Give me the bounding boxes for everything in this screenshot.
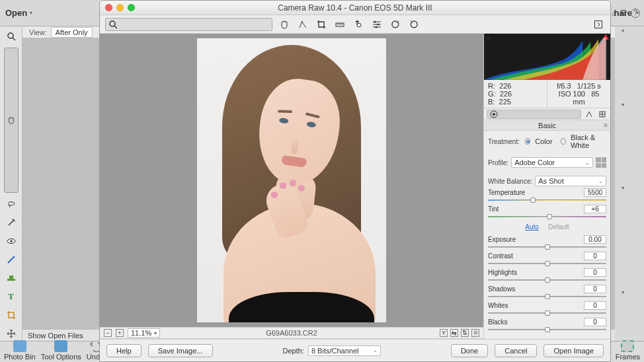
chevron-down-icon[interactable]: ▾ <box>622 289 624 295</box>
save-image-button[interactable]: Save Image... <box>148 344 213 357</box>
hand-tool-icon[interactable] <box>4 48 19 193</box>
panel-tabstrip <box>484 108 610 120</box>
rotate-ccw-icon[interactable] <box>389 18 402 31</box>
redeye-tool-icon[interactable]: + <box>352 18 365 31</box>
stamp-tool-icon[interactable] <box>4 271 19 285</box>
temperature-value[interactable]: 5500 <box>584 188 606 197</box>
wand-tool-icon[interactable] <box>4 215 19 230</box>
tint-slider[interactable]: Tint+6 <box>488 205 606 219</box>
brush-tool-icon[interactable] <box>4 252 19 267</box>
straighten-tool-icon[interactable] <box>333 18 346 31</box>
treatment-bw-radio[interactable] <box>561 138 566 145</box>
image-preview[interactable] <box>100 34 483 327</box>
host-right-panel: ▾ ▾ ▾ ▾ <box>615 26 644 341</box>
crop-tool-icon[interactable] <box>315 18 328 31</box>
contrast-value[interactable]: 0 <box>584 252 606 260</box>
white-balance-row: White Balance: As Shot⌄ <box>488 176 606 186</box>
svg-rect-27 <box>595 20 602 28</box>
exposure-value[interactable]: 0.00 <box>584 235 606 244</box>
highlights-value[interactable]: 0 <box>584 268 606 277</box>
whites-value[interactable]: 0 <box>584 301 606 310</box>
svg-point-24 <box>374 20 376 22</box>
photo-content <box>197 38 386 322</box>
svg-line-2 <box>9 220 14 225</box>
highlights-slider[interactable]: Highlights0 <box>488 268 606 283</box>
contrast-slider[interactable]: Contrast0 <box>488 252 606 266</box>
exposure-slider[interactable]: Exposure0.00 <box>488 235 606 250</box>
eye-tool-icon[interactable] <box>4 234 19 248</box>
svg-line-8 <box>8 256 15 263</box>
chevron-down-icon[interactable]: ▾ <box>622 28 624 34</box>
tint-value[interactable]: +6 <box>584 205 606 213</box>
chevron-down-icon[interactable]: ▾ <box>622 102 624 108</box>
rotate-cw-icon[interactable] <box>407 18 421 31</box>
camera-raw-dialog: Camera Raw 10.4 - Canon EOS 5D Mark III … <box>99 0 611 362</box>
shadows-value[interactable]: 0 <box>584 285 606 293</box>
lasso-tool-icon[interactable] <box>4 197 19 211</box>
treatment-row: Treatment: Color Black & White <box>488 133 606 149</box>
treatment-color-radio[interactable] <box>525 138 530 145</box>
svg-point-7 <box>10 240 12 242</box>
move-tool-icon[interactable] <box>4 326 19 341</box>
white-balance-tool-icon[interactable] <box>296 18 309 31</box>
panel-menu-icon[interactable]: ≡ <box>604 122 608 129</box>
svg-text:+: + <box>355 20 359 25</box>
svg-point-26 <box>376 26 378 28</box>
svg-line-1 <box>13 38 15 40</box>
whites-slider[interactable]: Whites0 <box>488 301 606 316</box>
help-icon[interactable]: ? <box>631 9 640 18</box>
preferences-icon[interactable] <box>370 18 383 31</box>
copy-settings-icon[interactable]: ⎘ <box>471 329 479 337</box>
cycle-view-icon[interactable]: ⇆ <box>450 329 458 337</box>
hand-tool-icon[interactable] <box>278 18 291 31</box>
adjustments-panel: R: 226 G: 226 B: 225 f/6.3 1/125 s ISO 1… <box>483 34 610 339</box>
before-after-toggle[interactable]: Y <box>440 329 448 337</box>
profile-row: Profile: Adobe Color⌄ <box>488 157 606 168</box>
basic-tab-icon[interactable] <box>487 110 581 119</box>
host-open-menu[interactable]: Open <box>5 8 27 18</box>
detail-tab-icon[interactable] <box>597 110 608 119</box>
home-icon[interactable]: ⌂ <box>612 9 616 17</box>
view-label: View: <box>29 28 47 36</box>
basic-panel-header: Basic ≡ <box>484 120 610 131</box>
fullscreen-icon[interactable] <box>592 18 605 31</box>
svg-rect-9 <box>7 279 15 281</box>
blacks-slider[interactable]: Blacks0 <box>488 318 606 332</box>
curve-tab-icon[interactable] <box>584 110 594 119</box>
treatment-bw-label[interactable]: Black & White <box>571 133 606 149</box>
tool-options-button[interactable]: Tool Options <box>41 340 81 361</box>
crop-tool-icon[interactable] <box>4 308 19 322</box>
camera-raw-toolbar: + <box>100 15 610 34</box>
shadows-slider[interactable]: Shadows0 <box>488 285 606 299</box>
svg-point-3 <box>13 219 15 221</box>
type-tool-icon[interactable]: T <box>4 289 19 304</box>
zoom-tool-icon[interactable] <box>4 29 19 44</box>
frames-button[interactable]: Frames <box>616 340 640 361</box>
swap-view-icon[interactable]: ⇅ <box>461 329 469 337</box>
view-mode-dropdown[interactable]: After Only <box>51 27 93 38</box>
open-image-button[interactable]: Open Image <box>543 344 604 357</box>
white-balance-dropdown[interactable]: As Shot⌄ <box>535 176 606 186</box>
treatment-color-label[interactable]: Color <box>535 137 552 145</box>
chevron-down-icon[interactable]: ▾ <box>30 10 32 16</box>
svg-point-25 <box>378 23 380 25</box>
cancel-button[interactable]: Cancel <box>495 344 537 357</box>
settings-icon[interactable]: ☰ <box>620 9 627 17</box>
chevron-down-icon[interactable]: ▾ <box>622 185 624 191</box>
auto-link[interactable]: Auto <box>525 223 539 231</box>
blacks-value[interactable]: 0 <box>584 318 606 326</box>
depth-dropdown[interactable]: 8 Bits/Channel⌄ <box>308 345 381 356</box>
histogram[interactable] <box>484 34 610 80</box>
dialog-titlebar[interactable]: Camera Raw 10.4 - Canon EOS 5D Mark III <box>100 1 610 15</box>
depth-label: Depth: <box>283 347 304 355</box>
profile-dropdown[interactable]: Adobe Color⌄ <box>511 157 593 168</box>
temperature-slider[interactable]: Temperature5500 <box>488 188 606 203</box>
preview-pane: − + 11.1%▾ G69A6033.CR2 Y ⇆ ⇅ ⎘ <box>100 34 483 339</box>
default-link[interactable]: Default <box>548 223 569 231</box>
done-button[interactable]: Done <box>451 344 488 357</box>
zoom-tool-icon[interactable] <box>105 18 272 31</box>
photo-bin-button[interactable]: Photo Bin <box>4 340 36 361</box>
help-button[interactable]: Help <box>106 344 141 357</box>
profile-browser-icon[interactable] <box>596 157 606 168</box>
svg-rect-10 <box>9 275 13 279</box>
